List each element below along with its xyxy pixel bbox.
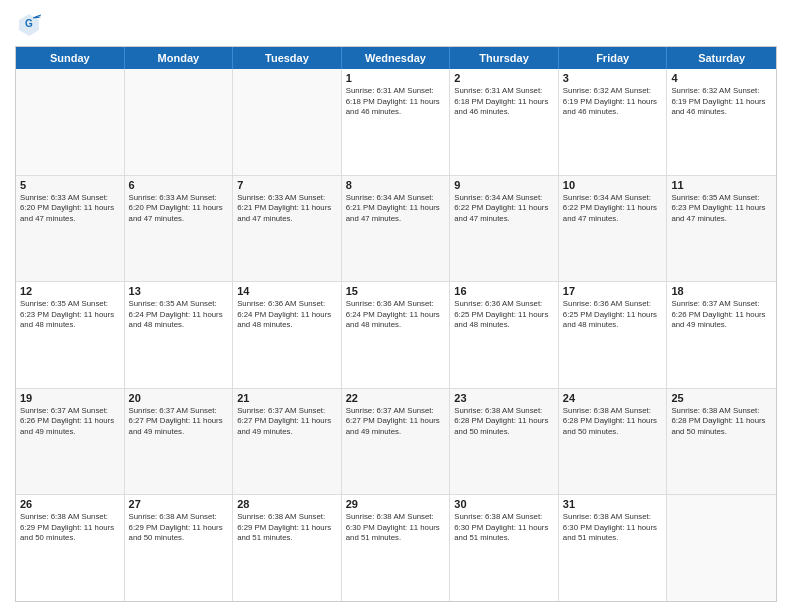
day-number: 4 — [671, 72, 772, 84]
day-number: 5 — [20, 179, 120, 191]
day-number: 29 — [346, 498, 446, 510]
day-cell-19: 19Sunrise: 6:37 AM Sunset: 6:26 PM Dayli… — [16, 389, 125, 495]
day-cell-4: 4Sunrise: 6:32 AM Sunset: 6:19 PM Daylig… — [667, 69, 776, 175]
day-cell-31: 31Sunrise: 6:38 AM Sunset: 6:30 PM Dayli… — [559, 495, 668, 601]
day-cell-3: 3Sunrise: 6:32 AM Sunset: 6:19 PM Daylig… — [559, 69, 668, 175]
day-number: 10 — [563, 179, 663, 191]
day-info: Sunrise: 6:38 AM Sunset: 6:28 PM Dayligh… — [454, 406, 554, 438]
header: G — [15, 10, 777, 38]
day-number: 31 — [563, 498, 663, 510]
day-info: Sunrise: 6:34 AM Sunset: 6:21 PM Dayligh… — [346, 193, 446, 225]
day-info: Sunrise: 6:35 AM Sunset: 6:23 PM Dayligh… — [20, 299, 120, 331]
calendar-row-3: 19Sunrise: 6:37 AM Sunset: 6:26 PM Dayli… — [16, 388, 776, 495]
day-number: 1 — [346, 72, 446, 84]
day-info: Sunrise: 6:38 AM Sunset: 6:29 PM Dayligh… — [237, 512, 337, 544]
day-info: Sunrise: 6:37 AM Sunset: 6:26 PM Dayligh… — [20, 406, 120, 438]
day-info: Sunrise: 6:33 AM Sunset: 6:21 PM Dayligh… — [237, 193, 337, 225]
day-number: 27 — [129, 498, 229, 510]
day-info: Sunrise: 6:36 AM Sunset: 6:25 PM Dayligh… — [563, 299, 663, 331]
page: G SundayMondayTuesdayWednesdayThursdayFr… — [0, 0, 792, 612]
day-info: Sunrise: 6:37 AM Sunset: 6:27 PM Dayligh… — [346, 406, 446, 438]
day-cell-14: 14Sunrise: 6:36 AM Sunset: 6:24 PM Dayli… — [233, 282, 342, 388]
day-cell-7: 7Sunrise: 6:33 AM Sunset: 6:21 PM Daylig… — [233, 176, 342, 282]
day-cell-25: 25Sunrise: 6:38 AM Sunset: 6:28 PM Dayli… — [667, 389, 776, 495]
day-cell-27: 27Sunrise: 6:38 AM Sunset: 6:29 PM Dayli… — [125, 495, 234, 601]
weekday-header-sunday: Sunday — [16, 47, 125, 69]
day-info: Sunrise: 6:38 AM Sunset: 6:30 PM Dayligh… — [454, 512, 554, 544]
day-info: Sunrise: 6:32 AM Sunset: 6:19 PM Dayligh… — [671, 86, 772, 118]
day-number: 2 — [454, 72, 554, 84]
calendar-row-0: 1Sunrise: 6:31 AM Sunset: 6:18 PM Daylig… — [16, 69, 776, 175]
calendar-body: 1Sunrise: 6:31 AM Sunset: 6:18 PM Daylig… — [16, 69, 776, 601]
day-info: Sunrise: 6:38 AM Sunset: 6:28 PM Dayligh… — [563, 406, 663, 438]
day-cell-18: 18Sunrise: 6:37 AM Sunset: 6:26 PM Dayli… — [667, 282, 776, 388]
day-info: Sunrise: 6:33 AM Sunset: 6:20 PM Dayligh… — [20, 193, 120, 225]
day-info: Sunrise: 6:38 AM Sunset: 6:30 PM Dayligh… — [563, 512, 663, 544]
calendar-row-1: 5Sunrise: 6:33 AM Sunset: 6:20 PM Daylig… — [16, 175, 776, 282]
day-cell-9: 9Sunrise: 6:34 AM Sunset: 6:22 PM Daylig… — [450, 176, 559, 282]
day-cell-13: 13Sunrise: 6:35 AM Sunset: 6:24 PM Dayli… — [125, 282, 234, 388]
empty-cell — [125, 69, 234, 175]
day-cell-15: 15Sunrise: 6:36 AM Sunset: 6:24 PM Dayli… — [342, 282, 451, 388]
day-number: 3 — [563, 72, 663, 84]
day-info: Sunrise: 6:35 AM Sunset: 6:24 PM Dayligh… — [129, 299, 229, 331]
day-info: Sunrise: 6:34 AM Sunset: 6:22 PM Dayligh… — [563, 193, 663, 225]
day-cell-1: 1Sunrise: 6:31 AM Sunset: 6:18 PM Daylig… — [342, 69, 451, 175]
svg-text:G: G — [25, 18, 33, 29]
day-number: 11 — [671, 179, 772, 191]
weekday-header-wednesday: Wednesday — [342, 47, 451, 69]
day-number: 22 — [346, 392, 446, 404]
day-cell-24: 24Sunrise: 6:38 AM Sunset: 6:28 PM Dayli… — [559, 389, 668, 495]
day-number: 25 — [671, 392, 772, 404]
calendar-header: SundayMondayTuesdayWednesdayThursdayFrid… — [16, 47, 776, 69]
day-number: 26 — [20, 498, 120, 510]
logo-icon: G — [15, 10, 43, 38]
day-number: 14 — [237, 285, 337, 297]
day-cell-12: 12Sunrise: 6:35 AM Sunset: 6:23 PM Dayli… — [16, 282, 125, 388]
day-cell-22: 22Sunrise: 6:37 AM Sunset: 6:27 PM Dayli… — [342, 389, 451, 495]
day-info: Sunrise: 6:36 AM Sunset: 6:24 PM Dayligh… — [237, 299, 337, 331]
weekday-header-saturday: Saturday — [667, 47, 776, 69]
day-info: Sunrise: 6:37 AM Sunset: 6:26 PM Dayligh… — [671, 299, 772, 331]
day-info: Sunrise: 6:38 AM Sunset: 6:29 PM Dayligh… — [129, 512, 229, 544]
day-number: 13 — [129, 285, 229, 297]
day-number: 12 — [20, 285, 120, 297]
calendar: SundayMondayTuesdayWednesdayThursdayFrid… — [15, 46, 777, 602]
day-cell-21: 21Sunrise: 6:37 AM Sunset: 6:27 PM Dayli… — [233, 389, 342, 495]
day-cell-8: 8Sunrise: 6:34 AM Sunset: 6:21 PM Daylig… — [342, 176, 451, 282]
day-number: 18 — [671, 285, 772, 297]
day-info: Sunrise: 6:35 AM Sunset: 6:23 PM Dayligh… — [671, 193, 772, 225]
day-info: Sunrise: 6:37 AM Sunset: 6:27 PM Dayligh… — [129, 406, 229, 438]
day-number: 16 — [454, 285, 554, 297]
calendar-row-2: 12Sunrise: 6:35 AM Sunset: 6:23 PM Dayli… — [16, 281, 776, 388]
logo: G — [15, 10, 47, 38]
day-number: 17 — [563, 285, 663, 297]
day-info: Sunrise: 6:38 AM Sunset: 6:29 PM Dayligh… — [20, 512, 120, 544]
day-number: 28 — [237, 498, 337, 510]
weekday-header-tuesday: Tuesday — [233, 47, 342, 69]
day-cell-16: 16Sunrise: 6:36 AM Sunset: 6:25 PM Dayli… — [450, 282, 559, 388]
day-cell-28: 28Sunrise: 6:38 AM Sunset: 6:29 PM Dayli… — [233, 495, 342, 601]
day-info: Sunrise: 6:38 AM Sunset: 6:28 PM Dayligh… — [671, 406, 772, 438]
empty-cell — [16, 69, 125, 175]
empty-cell — [667, 495, 776, 601]
day-cell-2: 2Sunrise: 6:31 AM Sunset: 6:18 PM Daylig… — [450, 69, 559, 175]
day-cell-26: 26Sunrise: 6:38 AM Sunset: 6:29 PM Dayli… — [16, 495, 125, 601]
day-info: Sunrise: 6:38 AM Sunset: 6:30 PM Dayligh… — [346, 512, 446, 544]
day-cell-10: 10Sunrise: 6:34 AM Sunset: 6:22 PM Dayli… — [559, 176, 668, 282]
day-cell-23: 23Sunrise: 6:38 AM Sunset: 6:28 PM Dayli… — [450, 389, 559, 495]
day-cell-29: 29Sunrise: 6:38 AM Sunset: 6:30 PM Dayli… — [342, 495, 451, 601]
weekday-header-thursday: Thursday — [450, 47, 559, 69]
day-number: 6 — [129, 179, 229, 191]
day-number: 19 — [20, 392, 120, 404]
day-info: Sunrise: 6:32 AM Sunset: 6:19 PM Dayligh… — [563, 86, 663, 118]
day-number: 23 — [454, 392, 554, 404]
day-cell-20: 20Sunrise: 6:37 AM Sunset: 6:27 PM Dayli… — [125, 389, 234, 495]
day-cell-17: 17Sunrise: 6:36 AM Sunset: 6:25 PM Dayli… — [559, 282, 668, 388]
day-number: 7 — [237, 179, 337, 191]
day-info: Sunrise: 6:36 AM Sunset: 6:24 PM Dayligh… — [346, 299, 446, 331]
day-number: 15 — [346, 285, 446, 297]
empty-cell — [233, 69, 342, 175]
day-cell-11: 11Sunrise: 6:35 AM Sunset: 6:23 PM Dayli… — [667, 176, 776, 282]
day-cell-30: 30Sunrise: 6:38 AM Sunset: 6:30 PM Dayli… — [450, 495, 559, 601]
